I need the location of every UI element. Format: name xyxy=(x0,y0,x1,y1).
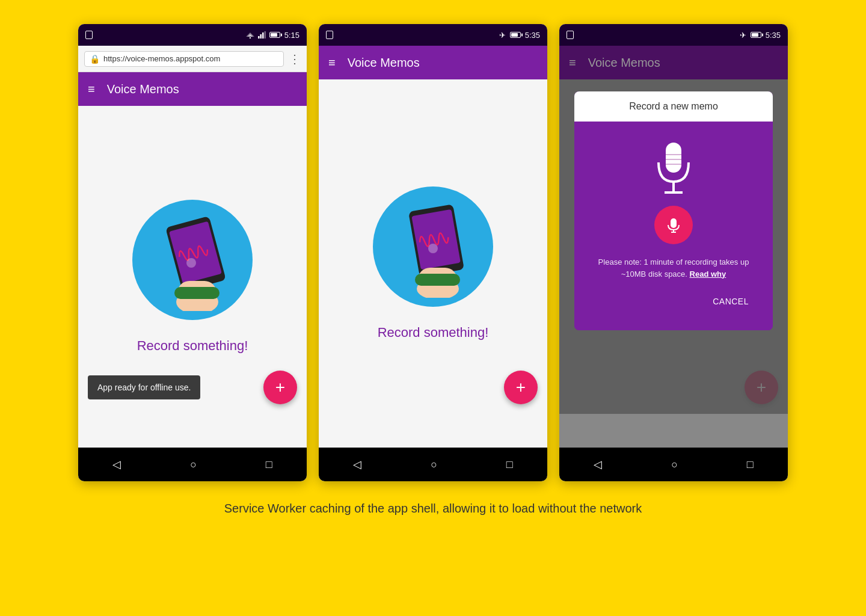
recents-button-1[interactable]: □ xyxy=(254,454,284,476)
svg-point-0 xyxy=(249,37,250,38)
record-button[interactable] xyxy=(654,206,693,244)
home-button-3[interactable]: ○ xyxy=(659,454,690,476)
svg-rect-3 xyxy=(262,32,264,38)
read-why-link[interactable]: Read why xyxy=(690,270,726,279)
home-button-2[interactable]: ○ xyxy=(419,454,449,476)
svg-point-16 xyxy=(428,244,438,253)
status-bar-2: ✈ 5:35 xyxy=(319,24,547,46)
dialog-body: Please note: 1 minute of recording takes… xyxy=(574,122,773,330)
url-text: https://voice-memos.appspot.com xyxy=(103,54,220,63)
dialog-overlay: Record a new memo xyxy=(559,79,788,414)
dialog-note: Please note: 1 minute of recording takes… xyxy=(586,256,761,280)
back-button-1[interactable]: ◁ xyxy=(100,453,133,476)
phone-2: ✈ 5:35 ≡ Voice Memos xyxy=(319,24,547,481)
status-bar-3: ✈ 5:35 xyxy=(559,24,788,46)
svg-rect-6 xyxy=(169,221,222,284)
sim-icon-2 xyxy=(326,31,333,39)
phone-3: ✈ 5:35 ≡ Voice Memos Record a new memo xyxy=(559,24,788,481)
status-time-3: 5:35 xyxy=(766,31,781,40)
svg-rect-17 xyxy=(666,143,681,173)
dialog-title: Record a new memo xyxy=(574,91,773,122)
hero-illustration-1 xyxy=(132,200,253,320)
status-time-1: 5:15 xyxy=(284,31,299,40)
phones-container: 5:15 🔒 https://voice-memos.appspot.com ⋮… xyxy=(78,24,788,481)
nav-bar-2: ◁ ○ □ xyxy=(319,448,547,481)
svg-rect-15 xyxy=(415,274,460,286)
phone-hand-svg-2 xyxy=(385,196,481,298)
wifi-icon xyxy=(245,31,255,38)
phone-hand-svg-1 xyxy=(144,209,241,311)
svg-point-10 xyxy=(186,258,196,268)
back-button-3[interactable]: ◁ xyxy=(582,453,614,476)
status-bar-1: 5:15 xyxy=(78,24,307,46)
back-button-2[interactable]: ◁ xyxy=(341,453,373,476)
nav-bar-1: ◁ ○ □ xyxy=(78,448,307,481)
recents-button-2[interactable]: □ xyxy=(494,454,525,476)
app-toolbar-1: ≡ Voice Memos xyxy=(78,72,307,106)
svg-rect-1 xyxy=(258,36,260,38)
dialog-cancel-area: CANCEL xyxy=(586,289,761,318)
sim-icon xyxy=(85,31,93,39)
airplane-icon-2: ✈ xyxy=(499,31,506,40)
battery-icon-2 xyxy=(510,32,521,38)
hamburger-menu-2[interactable]: ≡ xyxy=(328,56,336,70)
sim-icon-3 xyxy=(567,31,574,39)
snackbar-text: App ready for offline use. xyxy=(97,383,191,392)
fab-button-1[interactable]: + xyxy=(263,371,297,404)
phone-content-3: Record a new memo xyxy=(559,79,788,448)
app-toolbar-2: ≡ Voice Memos xyxy=(319,46,547,79)
svg-rect-2 xyxy=(260,34,262,38)
page-caption: Service Worker caching of the app shell,… xyxy=(224,499,642,517)
mic-icon-large xyxy=(650,140,698,206)
hero-illustration-2 xyxy=(373,186,493,307)
hamburger-menu-3: ≡ xyxy=(569,56,576,70)
phone-content-1: Record something! App ready for offline … xyxy=(78,106,307,448)
airplane-icon-3: ✈ xyxy=(740,31,746,40)
url-input[interactable]: 🔒 https://voice-memos.appspot.com xyxy=(84,51,284,67)
browser-menu-button[interactable]: ⋮ xyxy=(289,52,301,66)
app-title-2: Voice Memos xyxy=(348,56,420,70)
svg-rect-23 xyxy=(671,218,677,228)
cancel-button[interactable]: CANCEL xyxy=(705,292,756,311)
snackbar-1: App ready for offline use. xyxy=(88,375,200,399)
app-title-1: Voice Memos xyxy=(107,82,179,96)
record-something-1: Record something! xyxy=(137,338,248,354)
record-something-2: Record something! xyxy=(378,325,489,340)
battery-icon xyxy=(269,32,280,38)
url-bar: 🔒 https://voice-memos.appspot.com ⋮ xyxy=(78,46,307,72)
svg-rect-4 xyxy=(264,31,266,38)
fab-button-2[interactable]: + xyxy=(504,371,538,404)
home-button-1[interactable]: ○ xyxy=(178,454,209,476)
dialog-card: Record a new memo xyxy=(574,91,773,330)
battery-icon-3 xyxy=(751,32,761,38)
app-title-3: Voice Memos xyxy=(588,56,660,70)
lock-icon: 🔒 xyxy=(90,54,100,64)
signal-icon xyxy=(258,31,266,38)
status-time-2: 5:35 xyxy=(525,31,540,40)
recents-button-3[interactable]: □ xyxy=(735,454,766,476)
phone-content-2: Record something! + xyxy=(319,79,547,448)
app-toolbar-3: ≡ Voice Memos xyxy=(559,46,788,79)
record-mic-icon xyxy=(665,217,682,233)
svg-rect-9 xyxy=(174,287,220,299)
nav-bar-3: ◁ ○ □ xyxy=(559,448,788,481)
hamburger-menu-1[interactable]: ≡ xyxy=(88,82,95,96)
phone-1: 5:15 🔒 https://voice-memos.appspot.com ⋮… xyxy=(78,24,307,481)
